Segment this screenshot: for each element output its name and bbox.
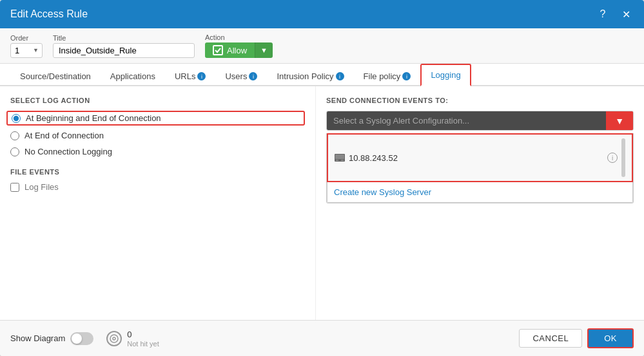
radio-beginning-end-input[interactable] [12, 114, 21, 123]
tab-users[interactable]: Users i [215, 66, 267, 86]
hit-count-number: 0 [127, 330, 159, 339]
tab-file-policy-label: File policy [364, 71, 401, 81]
radio-end-only[interactable]: At End of Connection [10, 129, 305, 142]
syslog-item-left: 10.88.243.52 [335, 153, 398, 163]
svg-rect-2 [341, 160, 344, 161]
users-info-icon: i [249, 72, 257, 80]
order-field: Order 1 2 3 [10, 34, 43, 58]
tab-applications-label: Applications [110, 71, 155, 81]
log-files-checkbox[interactable] [10, 183, 19, 192]
hit-count-label: Not hit yet [127, 340, 159, 348]
hit-count-container: 0 Not hit yet [106, 330, 159, 348]
action-dropdown-icon: ▼ [260, 46, 268, 54]
tab-file-policy[interactable]: File policy i [354, 66, 421, 86]
intrusion-info-icon: i [336, 72, 344, 80]
top-bar: Order 1 2 3 Title Action Allow [0, 28, 644, 64]
radio-no-logging[interactable]: No Connection Logging [10, 145, 305, 158]
right-panel: SEND CONNECTION EVENTS TO: Select a Sysl… [316, 86, 644, 320]
radio-end-only-label: At End of Connection [24, 131, 104, 140]
urls-info-icon: i [197, 72, 206, 80]
syslog-item-right: i [607, 138, 625, 177]
action-allow-button[interactable]: Allow [205, 42, 255, 58]
modal-body: SELECT LOG ACTION At Beginning and End o… [0, 86, 644, 320]
tab-users-label: Users [225, 71, 247, 81]
tab-source-destination-label: Source/Destination [20, 71, 91, 81]
syslog-dropdown-arrow-icon: ▼ [615, 116, 624, 126]
radio-end-only-input[interactable] [10, 131, 19, 140]
action-allow-label: Allow [227, 46, 247, 55]
file-events-section-title: FILE EVENTS [10, 168, 305, 176]
title-input[interactable] [53, 43, 195, 58]
syslog-results: 10.88.243.52 i Create new Syslog Server [326, 133, 634, 203]
log-action-section-title: SELECT LOG ACTION [10, 97, 305, 104]
help-button[interactable]: ? [595, 6, 610, 22]
toggle-knob [72, 333, 82, 344]
show-diagram-toggle[interactable] [70, 332, 93, 345]
syslog-scrollbar[interactable] [621, 138, 625, 177]
syslog-select-placeholder[interactable]: Select a Syslog Alert Configuration... [327, 111, 606, 130]
footer-right: CANCEL OK [519, 328, 634, 348]
action-label: Action [205, 33, 273, 41]
modal-header: Edit Access Rule ? ✕ [0, 0, 644, 28]
hit-count-icon [106, 331, 122, 346]
syslog-ip-address: 10.88.243.52 [349, 153, 398, 163]
svg-point-4 [113, 337, 115, 340]
tab-source-destination[interactable]: Source/Destination [10, 66, 101, 86]
close-icon: ✕ [622, 8, 630, 21]
close-button[interactable]: ✕ [618, 6, 634, 22]
order-label: Order [10, 34, 43, 42]
footer-left: Show Diagram 0 Not hit yet [10, 330, 159, 348]
show-diagram-label: Show Diagram [10, 333, 65, 343]
tab-logging[interactable]: Logging [420, 64, 471, 86]
show-diagram-container: Show Diagram [10, 332, 93, 345]
tabs-bar: Source/Destination Applications URLs i U… [0, 64, 644, 86]
allow-icon [213, 45, 223, 55]
order-select[interactable]: 1 2 3 [10, 43, 43, 58]
log-files-checkbox-item[interactable]: Log Files [10, 182, 305, 192]
log-files-label: Log Files [24, 182, 59, 192]
ok-button[interactable]: OK [587, 328, 634, 348]
radio-no-logging-input[interactable] [10, 147, 19, 156]
radio-beginning-end-label: At Beginning and End of Connection [26, 113, 161, 123]
radio-no-logging-label: No Connection Logging [24, 147, 112, 156]
radio-beginning-end[interactable]: At Beginning and End of Connection [6, 111, 305, 126]
syslog-info-icon[interactable]: i [607, 153, 618, 163]
send-events-section-title: SEND CONNECTION EVENTS TO: [326, 97, 634, 104]
title-label: Title [53, 34, 195, 42]
tab-urls[interactable]: URLs i [165, 66, 216, 86]
svg-rect-0 [335, 155, 344, 159]
action-field: Action Allow ▼ [205, 33, 273, 58]
cancel-button[interactable]: CANCEL [519, 329, 582, 348]
syslog-dropdown-button[interactable]: ▼ [606, 111, 633, 130]
modal-footer: Show Diagram 0 Not hit yet CAN [0, 320, 644, 356]
edit-access-rule-modal: Edit Access Rule ? ✕ Order 1 2 3 Title [0, 0, 644, 356]
tab-applications[interactable]: Applications [101, 66, 165, 86]
tab-intrusion-policy[interactable]: Intrusion Policy i [267, 66, 353, 86]
log-action-radio-group: At Beginning and End of Connection At En… [10, 111, 305, 158]
help-icon: ? [600, 8, 606, 20]
header-actions: ? ✕ [595, 6, 634, 22]
tab-logging-label: Logging [431, 70, 460, 80]
syslog-item-row: 10.88.243.52 i [327, 133, 633, 182]
filepolicy-info-icon: i [402, 72, 411, 80]
action-button-group: Allow ▼ [205, 42, 273, 58]
syslog-server-icon [335, 154, 345, 162]
action-dropdown-button[interactable]: ▼ [255, 42, 273, 58]
hit-count-text: 0 Not hit yet [127, 330, 159, 348]
svg-rect-1 [336, 160, 338, 161]
tab-intrusion-policy-label: Intrusion Policy [277, 71, 333, 81]
create-syslog-link[interactable]: Create new Syslog Server [327, 182, 633, 203]
modal-title: Edit Access Rule [10, 8, 88, 20]
left-panel: SELECT LOG ACTION At Beginning and End o… [0, 86, 316, 320]
syslog-dropdown[interactable]: Select a Syslog Alert Configuration... ▼ [326, 111, 634, 131]
svg-point-3 [110, 335, 118, 342]
title-field: Title [53, 34, 195, 58]
tab-urls-label: URLs [175, 71, 196, 81]
